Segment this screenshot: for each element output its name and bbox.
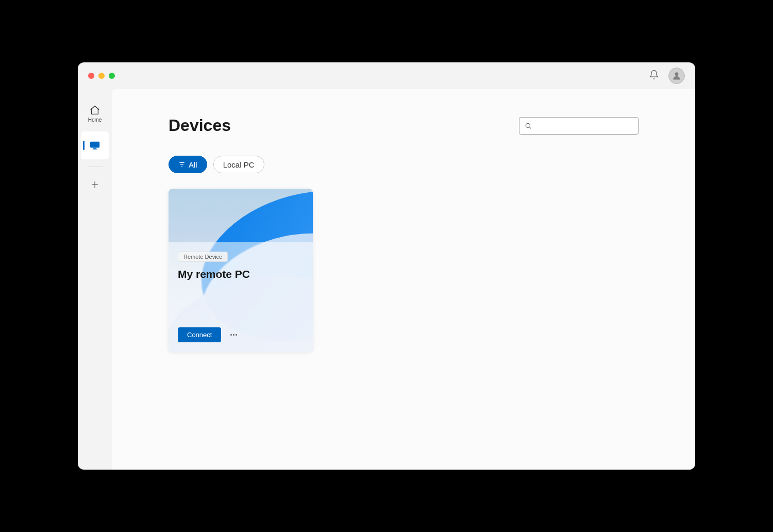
sidebar-divider <box>87 167 103 167</box>
svg-point-0 <box>675 72 679 76</box>
filter-local-pc-label: Local PC <box>223 160 255 169</box>
svg-line-7 <box>529 127 531 128</box>
svg-rect-3 <box>92 148 97 149</box>
sidebar-item-devices[interactable] <box>81 131 109 159</box>
svg-rect-2 <box>93 148 96 149</box>
main-content: Devices All <box>112 89 695 470</box>
search-box[interactable] <box>519 117 638 135</box>
connect-button[interactable]: Connect <box>178 327 221 342</box>
device-grid: Remote Device My remote PC Connect <box>169 189 638 352</box>
monitor-icon <box>89 140 100 151</box>
card-actions: Connect <box>178 327 304 342</box>
svg-rect-1 <box>90 142 99 148</box>
main-header: Devices <box>169 116 638 135</box>
bell-icon <box>649 70 659 80</box>
device-card[interactable]: Remote Device My remote PC Connect <box>169 189 313 352</box>
device-type-badge: Remote Device <box>178 252 228 262</box>
filter-chip-local-pc[interactable]: Local PC <box>213 156 264 173</box>
minimize-window-button[interactable] <box>98 73 105 79</box>
filter-chip-all[interactable]: All <box>169 156 207 173</box>
sidebar-item-home[interactable]: Home <box>81 99 109 127</box>
svg-point-6 <box>526 123 530 127</box>
page-title: Devices <box>169 116 231 135</box>
app-window: Home Devices <box>78 62 695 470</box>
device-name: My remote PC <box>178 268 304 280</box>
filter-chips: All Local PC <box>169 156 638 173</box>
dots-icon <box>230 334 232 336</box>
titlebar-actions <box>649 68 685 84</box>
window-controls <box>88 73 115 79</box>
more-options-button[interactable] <box>228 332 239 338</box>
sidebar-add-button[interactable] <box>81 174 109 195</box>
person-icon <box>671 71 682 81</box>
close-window-button[interactable] <box>88 73 94 79</box>
sidebar: Home <box>78 89 112 470</box>
app-body: Home Devices <box>78 89 695 470</box>
user-avatar-button[interactable] <box>668 68 685 84</box>
card-overlay: Remote Device My remote PC Connect <box>169 242 313 352</box>
plus-icon <box>90 180 99 189</box>
search-input[interactable] <box>536 122 633 129</box>
sidebar-home-label: Home <box>88 117 102 123</box>
filter-all-label: All <box>189 160 197 169</box>
search-icon <box>525 122 532 129</box>
filter-icon <box>178 161 186 168</box>
maximize-window-button[interactable] <box>109 73 115 79</box>
titlebar <box>78 62 695 89</box>
home-icon <box>89 105 100 116</box>
notifications-button[interactable] <box>649 70 659 82</box>
